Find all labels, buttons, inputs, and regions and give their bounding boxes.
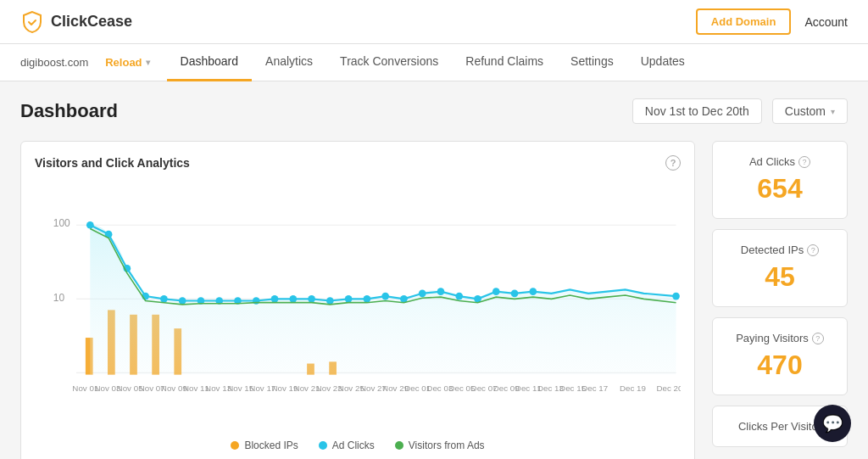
svg-text:Dec 20: Dec 20 bbox=[656, 383, 681, 393]
dot-25 bbox=[529, 288, 537, 295]
chart-help-icon[interactable]: ? bbox=[665, 155, 681, 171]
page-title: Dashboard bbox=[20, 100, 118, 122]
stat-card-paying-visitors: Paying Visitors ? 470 bbox=[712, 317, 848, 395]
custom-dropdown[interactable]: Custom ▾ bbox=[772, 98, 848, 124]
dot-13 bbox=[308, 295, 315, 303]
dot-1 bbox=[86, 221, 94, 229]
date-range-display[interactable]: Nov 1st to Dec 20th bbox=[632, 98, 762, 124]
reload-chevron-icon: ▾ bbox=[146, 58, 150, 67]
dot-26 bbox=[672, 293, 680, 300]
stat-label-detected-ips: Detected IPs ? bbox=[723, 243, 837, 256]
chart-title-bar: Visitors and Click Analytics ? bbox=[35, 155, 681, 171]
add-domain-button[interactable]: Add Domain bbox=[696, 8, 792, 35]
stat-card-ad-clicks: Ad Clicks ? 654 bbox=[712, 141, 848, 219]
page-content: Dashboard Nov 1st to Dec 20th Custom ▾ V… bbox=[0, 81, 868, 459]
svg-text:Dec 17: Dec 17 bbox=[581, 383, 608, 393]
reload-button[interactable]: Reload ▾ bbox=[105, 56, 149, 69]
dot-15 bbox=[345, 295, 353, 303]
secondary-nav: digiboost.com Reload ▾ Dashboard Analyti… bbox=[0, 44, 868, 81]
chart-legend: Blocked IPs Ad Clicks Visitors from Ads bbox=[35, 439, 681, 451]
nav-item-track-conversions[interactable]: Track Conversions bbox=[326, 44, 452, 81]
page-header: Dashboard Nov 1st to Dec 20th Custom ▾ bbox=[20, 98, 848, 124]
dot-17 bbox=[381, 293, 389, 300]
stat-help-icon-paying-visitors[interactable]: ? bbox=[812, 333, 824, 344]
nav-item-analytics[interactable]: Analytics bbox=[252, 44, 326, 81]
chart-area: Visitors and Click Analytics ? 100 10 bbox=[20, 141, 695, 459]
svg-text:Dec 19: Dec 19 bbox=[620, 383, 646, 393]
nav-item-refund-claims[interactable]: Refund Claims bbox=[452, 44, 557, 81]
stat-help-icon-detected-ips[interactable]: ? bbox=[807, 244, 819, 256]
stat-card-detected-ips: Detected IPs ? 45 bbox=[712, 229, 848, 307]
dot-6 bbox=[179, 297, 186, 305]
visitors-chart: 100 10 bbox=[35, 181, 681, 430]
nav-item-dashboard[interactable]: Dashboard bbox=[167, 44, 253, 81]
dot-14 bbox=[326, 297, 334, 305]
y-label-100: 100 bbox=[53, 217, 70, 229]
legend-blocked-ips: Blocked IPs bbox=[231, 439, 298, 451]
main-layout: Visitors and Click Analytics ? 100 10 bbox=[20, 141, 848, 459]
legend-visitors-from-ads: Visitors from Ads bbox=[395, 439, 485, 451]
dot-11 bbox=[271, 295, 279, 303]
dot-20 bbox=[437, 288, 445, 295]
stat-value-ad-clicks: 654 bbox=[723, 173, 837, 204]
y-label-10: 10 bbox=[53, 292, 65, 304]
dropdown-chevron-icon: ▾ bbox=[831, 107, 835, 116]
dot-21 bbox=[455, 293, 463, 300]
logo-shield-icon bbox=[20, 10, 44, 34]
dot-5 bbox=[160, 295, 168, 303]
chart-wrapper: 100 10 bbox=[35, 181, 681, 451]
legend-dot-blocked bbox=[231, 441, 239, 450]
chat-icon: 💬 bbox=[822, 413, 843, 434]
dot-16 bbox=[364, 295, 371, 303]
legend-ad-clicks: Ad Clicks bbox=[319, 439, 375, 451]
stat-value-paying-visitors: 470 bbox=[723, 350, 837, 381]
dot-12 bbox=[289, 295, 297, 303]
dot-23 bbox=[492, 288, 500, 295]
ad-clicks-line bbox=[90, 225, 676, 300]
legend-dot-adclicks bbox=[319, 441, 327, 450]
stat-value-detected-ips: 45 bbox=[723, 261, 837, 293]
dot-24 bbox=[511, 289, 519, 297]
account-link[interactable]: Account bbox=[804, 15, 848, 29]
top-actions: Add Domain Account bbox=[696, 8, 848, 35]
logo-text: ClickCease bbox=[51, 13, 132, 31]
legend-dot-visitors bbox=[395, 441, 403, 450]
stat-help-icon-ad-clicks[interactable]: ? bbox=[798, 156, 810, 168]
dot-19 bbox=[419, 289, 426, 297]
stat-label-ad-clicks: Ad Clicks ? bbox=[723, 155, 837, 168]
logo-area: ClickCease bbox=[20, 10, 132, 34]
chat-button[interactable]: 💬 bbox=[814, 405, 851, 442]
top-bar: ClickCease Add Domain Account bbox=[0, 0, 868, 44]
date-controls: Nov 1st to Dec 20th Custom ▾ bbox=[632, 98, 848, 124]
stat-label-paying-visitors: Paying Visitors ? bbox=[723, 332, 837, 344]
nav-item-settings[interactable]: Settings bbox=[557, 44, 627, 81]
nav-item-updates[interactable]: Updates bbox=[627, 44, 698, 81]
domain-label: digiboost.com bbox=[20, 56, 88, 69]
